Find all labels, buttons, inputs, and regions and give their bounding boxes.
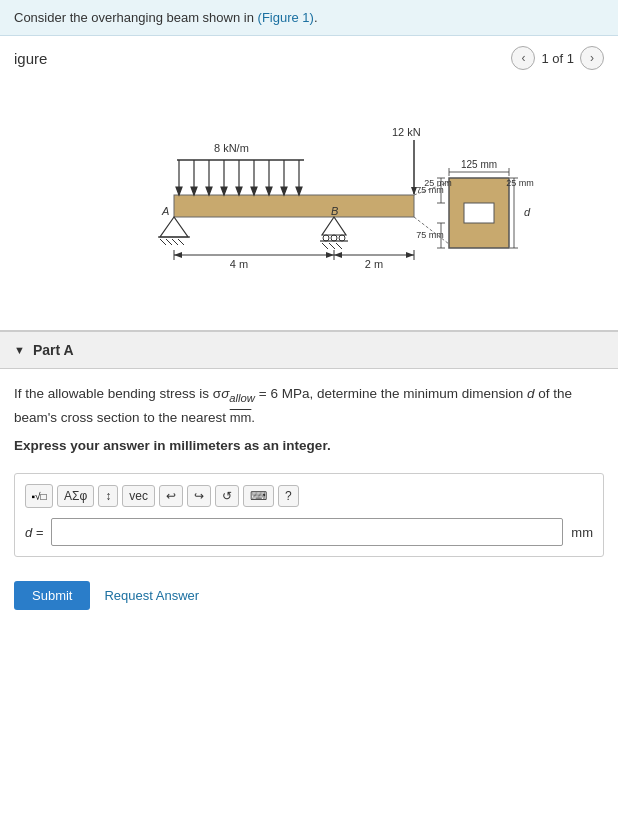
problem-text-2: = 6 MPa, determine the minimum dimension <box>255 386 527 401</box>
allow-sub: allow <box>229 392 255 404</box>
svg-line-26 <box>172 239 178 245</box>
figure-title: igure <box>14 50 47 67</box>
svg-point-32 <box>339 235 345 241</box>
svg-line-34 <box>322 243 328 249</box>
svg-line-24 <box>160 239 166 245</box>
height-75-bottom-label: 75 mm <box>416 230 444 240</box>
distributed-load-label: 8 kN/m <box>214 142 249 154</box>
math-icon: ▪√□ <box>31 491 46 502</box>
d-italic-inline: d <box>527 386 535 401</box>
sigma-button[interactable]: ΑΣφ <box>57 485 94 507</box>
svg-text:B: B <box>331 205 338 217</box>
svg-rect-48 <box>464 203 494 223</box>
svg-marker-4 <box>191 187 197 195</box>
flange-right-label: 25 mm <box>506 178 534 188</box>
support-b <box>320 217 348 249</box>
svg-line-36 <box>336 243 342 249</box>
svg-marker-14 <box>266 187 272 195</box>
figure-link[interactable]: (Figure 1) <box>258 10 314 25</box>
figure-nav: ‹ 1 of 1 › <box>511 46 604 70</box>
next-figure-button[interactable]: › <box>580 46 604 70</box>
svg-marker-8 <box>221 187 227 195</box>
svg-marker-22 <box>160 217 188 237</box>
svg-text:A: A <box>161 205 169 217</box>
redo-button[interactable]: ↪ <box>187 485 211 507</box>
arrows-button[interactable]: ↕ <box>98 485 118 507</box>
svg-marker-18 <box>296 187 302 195</box>
svg-marker-29 <box>322 217 346 235</box>
problem-text-area: If the allowable bending stress is σσall… <box>0 369 618 473</box>
svg-marker-16 <box>281 187 287 195</box>
sigma-sub: σallow <box>221 386 255 401</box>
math-icon-button[interactable]: ▪√□ <box>25 484 53 508</box>
svg-point-30 <box>323 235 329 241</box>
svg-point-31 <box>331 235 337 241</box>
problem-text: If the allowable bending stress is σσall… <box>14 383 604 428</box>
svg-marker-42 <box>326 252 334 258</box>
keyboard-button[interactable]: ⌨ <box>243 485 274 507</box>
svg-marker-2 <box>176 187 182 195</box>
answer-box-container: ▪√□ ΑΣφ ↕ vec ↩ ↪ ↺ ⌨ ? d = mm <box>14 473 604 557</box>
span-b-label: 2 m <box>365 258 383 270</box>
submit-row: Submit Request Answer <box>0 571 618 624</box>
svg-marker-10 <box>236 187 242 195</box>
submit-button[interactable]: Submit <box>14 581 90 610</box>
input-row: d = mm <box>25 518 593 546</box>
refresh-button[interactable]: ↺ <box>215 485 239 507</box>
help-button[interactable]: ? <box>278 485 299 507</box>
request-answer-button[interactable]: Request Answer <box>104 588 199 603</box>
svg-marker-41 <box>174 252 182 258</box>
figure-section: igure ‹ 1 of 1 › <box>0 36 618 331</box>
toolbar-row: ▪√□ ΑΣφ ↕ vec ↩ ↪ ↺ ⌨ ? <box>25 484 593 508</box>
problem-text-1: If the allowable bending stress is σ <box>14 386 221 401</box>
diagram-area: 8 kN/m 12 kN A <box>14 80 604 310</box>
instruction-bar: Consider the overhanging beam shown in (… <box>0 0 618 36</box>
collapse-arrow[interactable]: ▼ <box>14 344 25 356</box>
express-label: Express your answer in millimeters as an… <box>14 438 604 453</box>
figure-counter: 1 of 1 <box>541 51 574 66</box>
problem-text-end: . <box>251 410 255 425</box>
point-load-label: 12 kN <box>392 126 421 138</box>
undo-button[interactable]: ↩ <box>159 485 183 507</box>
svg-marker-6 <box>206 187 212 195</box>
answer-input[interactable] <box>51 518 563 546</box>
figure-header: igure ‹ 1 of 1 › <box>14 46 604 70</box>
svg-line-27 <box>178 239 184 245</box>
width-125-label: 125 mm <box>461 159 497 170</box>
d-dimension-label: d <box>524 206 531 218</box>
svg-marker-12 <box>251 187 257 195</box>
mm-overline-inline: mm <box>230 410 252 425</box>
svg-line-25 <box>166 239 172 245</box>
d-equals-label: d = <box>25 525 43 540</box>
vec-button[interactable]: vec <box>122 485 155 507</box>
svg-marker-45 <box>334 252 342 258</box>
prev-figure-button[interactable]: ‹ <box>511 46 535 70</box>
svg-rect-0 <box>174 195 414 217</box>
svg-marker-46 <box>406 252 414 258</box>
svg-line-35 <box>329 243 335 249</box>
height-75-top-label: 75 mm <box>416 185 444 195</box>
unit-label: mm <box>571 525 593 540</box>
beam-diagram: 8 kN/m 12 kN A <box>94 100 524 300</box>
part-a-label: Part A <box>33 342 74 358</box>
support-a <box>158 217 190 245</box>
span-a-label: 4 m <box>230 258 248 270</box>
part-a-section-header: ▼ Part A <box>0 331 618 369</box>
instruction-text: Consider the overhanging beam shown in <box>14 10 258 25</box>
